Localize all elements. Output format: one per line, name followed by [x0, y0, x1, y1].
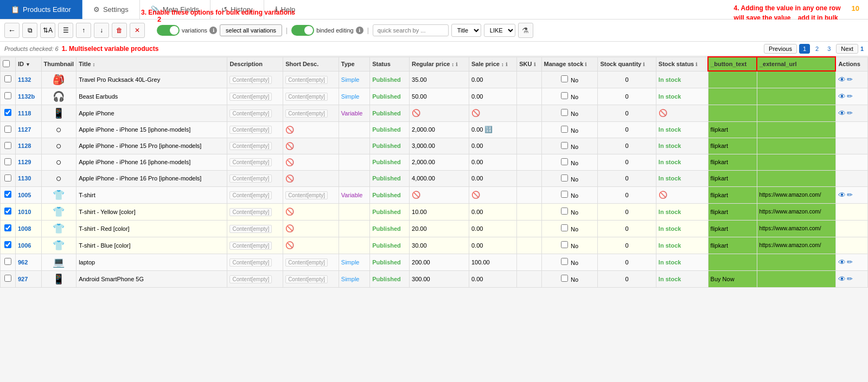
row-checkbox[interactable]: [4, 158, 11, 165]
binded-editing-toggle[interactable]: [291, 25, 314, 36]
row-sku[interactable]: [517, 220, 541, 237]
row-button-text[interactable]: flipkart: [708, 170, 757, 186]
row-checkbox-cell[interactable]: [1, 254, 16, 270]
row-button-text[interactable]: flipkart: [708, 186, 757, 203]
row-title[interactable]: Travel Pro Rucksack 40L-Grey: [76, 71, 227, 88]
row-stock-qty[interactable]: 0: [598, 203, 656, 220]
row-button-text[interactable]: flipkart: [708, 138, 757, 154]
row-stock-qty[interactable]: 0: [598, 186, 656, 203]
row-stock-qty[interactable]: 0: [598, 254, 656, 270]
row-short-desc[interactable]: Content[empty]: [283, 105, 339, 121]
clear-button[interactable]: ✕: [130, 23, 145, 38]
row-checkbox-cell[interactable]: [1, 138, 16, 154]
row-stock-qty[interactable]: 0: [598, 105, 656, 121]
row-sale-price[interactable]: 🚫: [469, 105, 516, 121]
copy-button[interactable]: ⧉: [22, 23, 37, 38]
row-sku[interactable]: [517, 138, 541, 154]
row-checkbox[interactable]: [4, 191, 11, 198]
row-sku[interactable]: [517, 105, 541, 121]
row-stock-qty[interactable]: 0: [598, 88, 656, 105]
view-icon[interactable]: 👁: [838, 258, 846, 267]
row-checkbox[interactable]: [4, 224, 11, 231]
row-stock-qty[interactable]: 0: [598, 220, 656, 237]
row-title[interactable]: T-shirt: [76, 186, 227, 203]
row-regular-price[interactable]: 20.00: [410, 220, 469, 237]
row-sale-price[interactable]: 0.00: [469, 237, 516, 254]
row-sku[interactable]: [517, 170, 541, 186]
row-sku[interactable]: [517, 154, 541, 170]
edit-icon[interactable]: ✏: [847, 75, 853, 83]
row-id[interactable]: 1132b: [16, 88, 42, 105]
row-external-url[interactable]: [757, 154, 835, 170]
row-external-url[interactable]: [757, 138, 835, 154]
export-button[interactable]: ↓: [94, 23, 109, 38]
row-id[interactable]: 1132: [16, 71, 42, 88]
view-icon[interactable]: 👁: [838, 275, 846, 283]
row-description[interactable]: Content[empty]: [227, 270, 283, 287]
row-sku[interactable]: [517, 203, 541, 220]
row-title[interactable]: Apple iPhone: [76, 105, 227, 121]
prev-page-button[interactable]: Previous: [764, 44, 797, 54]
row-checkbox-cell[interactable]: [1, 203, 16, 220]
row-sale-price[interactable]: 100.00: [469, 254, 516, 270]
manage-stock-checkbox[interactable]: [561, 241, 568, 248]
row-sku[interactable]: [517, 186, 541, 203]
row-checkbox-cell[interactable]: [1, 270, 16, 287]
row-button-text[interactable]: [708, 254, 757, 270]
row-title[interactable]: Android SmartPhone 5G: [76, 270, 227, 287]
page-1-button[interactable]: 1: [799, 44, 810, 54]
row-button-text[interactable]: flipkart: [708, 220, 757, 237]
tab-help[interactable]: ℹ Help: [264, 0, 307, 19]
variations-toggle[interactable]: [157, 25, 180, 36]
row-button-text[interactable]: [708, 105, 757, 121]
list-button[interactable]: ☰: [58, 23, 73, 38]
row-regular-price[interactable]: 35.00: [410, 71, 469, 88]
row-manage-stock[interactable]: No: [541, 88, 598, 105]
row-checkbox-cell[interactable]: [1, 105, 16, 121]
row-regular-price[interactable]: 300.00: [410, 270, 469, 287]
filter-apply-button[interactable]: ⚗: [518, 23, 533, 38]
filter-title-select[interactable]: Title: [451, 24, 481, 37]
row-sku[interactable]: [517, 254, 541, 270]
row-sale-price[interactable]: 0.00: [469, 220, 516, 237]
row-checkbox-cell[interactable]: [1, 186, 16, 203]
row-stock-qty[interactable]: 0: [598, 170, 656, 186]
row-sku[interactable]: [517, 88, 541, 105]
manage-stock-checkbox[interactable]: [561, 174, 568, 182]
row-short-desc[interactable]: 🚫: [283, 154, 339, 170]
row-description[interactable]: Content[empty]: [227, 220, 283, 237]
row-external-url[interactable]: https://www.amazon.com/: [757, 186, 835, 203]
row-short-desc[interactable]: Content[empty]: [283, 88, 339, 105]
row-manage-stock[interactable]: No: [541, 203, 598, 220]
row-external-url[interactable]: https://www.amazon.com/: [757, 220, 835, 237]
row-manage-stock[interactable]: No: [541, 138, 598, 154]
delete-button[interactable]: 🗑: [112, 23, 127, 38]
page-2-button[interactable]: 2: [812, 44, 822, 53]
row-regular-price[interactable]: 200.00: [410, 254, 469, 270]
row-sku[interactable]: [517, 237, 541, 254]
row-manage-stock[interactable]: No: [541, 170, 598, 186]
row-manage-stock[interactable]: No: [541, 71, 598, 88]
row-short-desc[interactable]: Content[empty]: [283, 186, 339, 203]
row-button-text[interactable]: flipkart: [708, 203, 757, 220]
row-checkbox[interactable]: [4, 275, 11, 282]
row-description[interactable]: Content[empty]: [227, 105, 283, 121]
row-stock-qty[interactable]: 0: [598, 71, 656, 88]
row-title[interactable]: Apple iPhone - iPhone 16 [iphone-models]: [76, 154, 227, 170]
manage-stock-checkbox[interactable]: [561, 258, 568, 265]
row-button-text[interactable]: [708, 71, 757, 88]
manage-stock-checkbox[interactable]: [561, 208, 568, 215]
row-checkbox[interactable]: [4, 75, 11, 82]
row-manage-stock[interactable]: No: [541, 237, 598, 254]
row-button-text[interactable]: flipkart: [708, 237, 757, 254]
manage-stock-checkbox[interactable]: [561, 126, 568, 133]
manage-stock-checkbox[interactable]: [561, 142, 568, 149]
row-checkbox[interactable]: [4, 174, 11, 182]
row-manage-stock[interactable]: No: [541, 105, 598, 121]
tab-products-editor[interactable]: 📋 Products Editor: [0, 0, 82, 19]
row-button-text[interactable]: Buy Now: [708, 270, 757, 287]
tab-meta-fields[interactable]: 📎 Meta Fields: [140, 0, 210, 19]
row-checkbox-cell[interactable]: [1, 88, 16, 105]
manage-stock-checkbox[interactable]: [561, 275, 568, 282]
row-sale-price[interactable]: 0.00 🔢: [469, 121, 516, 138]
